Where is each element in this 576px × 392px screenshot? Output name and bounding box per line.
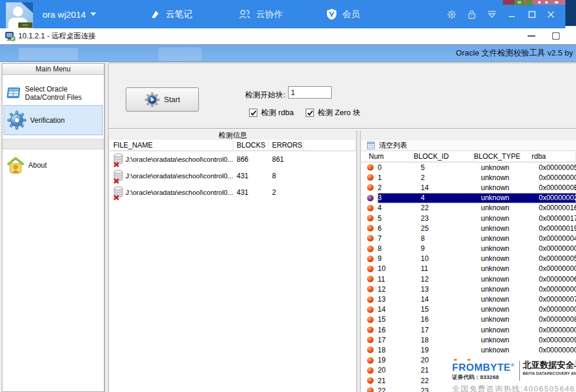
collapse-button[interactable] [484,0,499,28]
checkbox-checked-icon[interactable] [306,109,314,117]
col-block-type[interactable]: BLOCK_TYPE [473,151,531,162]
file-table-row[interactable]: J:\oracle\oradata\eschool\control0... 43… [110,184,356,201]
block-id: 2 [421,174,481,182]
block-bullet-icon [367,195,374,201]
block-table-row[interactable]: 15 16 unknown 0x00000008 [361,315,576,325]
file-table-row[interactable]: J:\oracle\oradata\eschool\control0... 86… [110,151,356,168]
check-zero[interactable]: 检测 Zero 块 [306,107,361,118]
block-rdba: 0x00000019 [539,224,576,233]
col-block-id[interactable]: BLOCK_ID [413,151,473,162]
block-table-row[interactable]: 7 8 unknown 0x00000004 [361,233,576,243]
block-bullet-icon [367,357,374,364]
sidebar-item-select-files[interactable]: Select Oracle Data/Control Files [4,79,103,107]
block-rdba: 0x00000005 [539,164,576,172]
block-table-row[interactable]: 14 15 unknown 0x00000000 [361,305,576,315]
avatar[interactable]: wm [6,2,33,28]
file-path: J:\oracle\oradata\eschool\control0... [126,172,233,179]
block-type: unknown [481,204,539,212]
checkbox-checked-icon[interactable] [249,109,257,117]
rdp-title: 10.1.2.1 - 远程桌面连接 [18,28,96,44]
file-table-body: J:\oracle\oradata\eschool\control0... 86… [110,151,356,201]
block-table-row[interactable]: 12 13 unknown 0x00000000 [361,284,576,294]
block-id: 16 [421,315,481,324]
file-table-row[interactable]: J:\oracle\oradata\eschool\control0... 43… [110,168,356,184]
col-blocks[interactable]: BLOCKS [233,140,269,151]
block-type: unknown [481,164,539,172]
table-splitter[interactable] [356,130,361,392]
detection-info-table: 检测信息 FILE_NAME BLOCKS ERRORS J:\oracle\o… [110,130,356,392]
block-bullet-icon [367,215,374,221]
block-table-row[interactable]: 0 5 unknown 0x00000005 [361,162,576,172]
block-num: 16 [378,326,421,334]
shield-v-icon [326,8,337,20]
hotline: 全国免费咨询热线:4006505646 [452,384,576,392]
block-table-row[interactable]: 13 14 unknown 0x00000007 [361,294,576,304]
block-table-row[interactable]: 10 11 unknown 0x00000000 [361,264,576,274]
block-table-row[interactable]: 11 12 unknown 0x00000006 [361,274,576,284]
start-block-label: 检测开始块: [245,90,286,100]
maximize-icon [528,10,536,19]
block-table-row[interactable]: 17 18 unknown 0x00000009 [361,335,576,345]
block-id: 25 [421,224,481,233]
block-rdba: 0x00000000 [539,174,576,182]
lock-button[interactable] [464,0,479,28]
block-bullet-icon [367,174,374,181]
content-border [109,63,576,63]
panel-splitter[interactable] [104,63,109,392]
block-num: 8 [378,244,421,253]
col-file-name[interactable]: FILE_NAME [110,140,233,151]
block-bullet-icon [367,164,374,171]
block-bullet-icon [367,184,374,191]
minimize-icon[interactable] [528,35,535,37]
gear-icon [7,110,27,130]
logo-accent [467,359,470,361]
col-errors[interactable]: ERRORS [269,140,304,151]
block-rdba: 0x00000009 [539,336,576,344]
block-id: 11 [421,264,481,273]
stock-code: 证券代码：833268 [452,374,515,381]
block-table-row[interactable]: 18 19 unknown 0x00000000 [361,345,576,355]
block-num: 13 [378,295,421,303]
file-blocks: 431 [233,188,269,197]
start-button[interactable]: Start [126,87,199,112]
block-num: 17 [378,336,421,344]
tab-cloud-note[interactable]: 云笔记 [149,0,192,28]
spreadsheet-icon [6,84,21,102]
settings-button[interactable] [444,0,459,28]
block-rdba: 0x00000006 [539,275,576,283]
block-num: 5 [378,214,421,223]
block-table-row[interactable]: 8 9 unknown 0x00000000 [361,244,576,254]
start-block-input[interactable] [288,86,332,99]
sidebar-item-about[interactable]: About [4,152,103,178]
account-menu[interactable]: ora wj2014 [42,0,96,28]
rdp-titlebar[interactable]: 10.1.2.1 - 远程桌面连接 [0,28,576,45]
check-rdba[interactable]: 检测 rdba [249,107,294,118]
col-rdba[interactable]: rdba [531,151,576,162]
block-table-row[interactable]: 2 14 unknown 0x0000000E [361,182,576,192]
block-rdba: 0x00000000 [539,285,576,293]
maximize-icon[interactable] [552,32,559,40]
tab-member[interactable]: 会员 [326,0,360,28]
block-num: 14 [378,305,421,313]
block-id: 4 [421,194,481,202]
block-table-row[interactable]: 16 17 unknown 0x00000000 [361,325,576,335]
block-table-row[interactable]: 9 10 unknown 0x00000005 [361,254,576,264]
block-table-row[interactable]: 3 4 unknown 0x00000002 [361,193,576,203]
block-id: 22 [421,204,481,212]
block-num: 4 [378,204,421,212]
block-table-row[interactable]: 1 2 unknown 0x00000000 [361,172,576,182]
block-bullet-icon [367,286,374,292]
block-id: 13 [421,285,481,293]
block-table-row[interactable]: 6 25 unknown 0x00000019 [361,223,576,233]
block-rdba: 0x00000002 [539,194,576,202]
col-num[interactable]: Num [361,151,413,162]
tab-cloud-collab[interactable]: 云协作 [238,0,283,28]
background-window-strip [532,0,565,5]
block-id: 8 [421,234,481,243]
block-id: 9 [421,244,481,253]
block-table-row[interactable]: 4 22 unknown 0x00000016 [361,203,576,213]
block-type: unknown [481,315,539,324]
sidebar-item-verification[interactable]: Verification [4,105,103,135]
database-error-icon [113,185,124,200]
block-table-row[interactable]: 5 23 unknown 0x00000017 [361,213,576,223]
